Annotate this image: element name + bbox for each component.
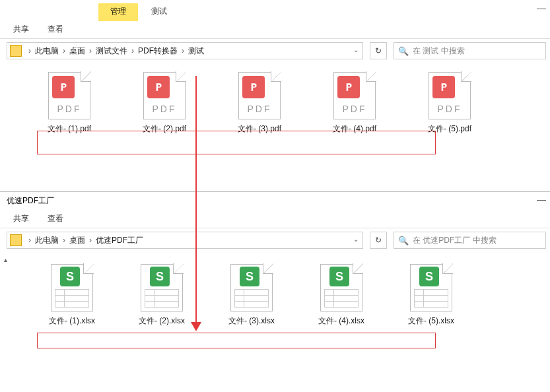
chevron-right-icon: › (28, 236, 31, 245)
pdf-file-icon: PDF (333, 72, 376, 119)
file-label: 文件- (4).xlsx (318, 315, 364, 327)
refresh-button[interactable]: ↻ (370, 232, 387, 249)
minimize-icon[interactable]: — (537, 3, 546, 13)
tab-manage[interactable]: 管理 (98, 3, 138, 21)
file-grid: S 文件- (1).xlsx S 文件- (2).xlsx S 文件- (3).… (0, 252, 550, 332)
ribbon: 共享 查看 (0, 20, 550, 39)
ribbon-view[interactable]: 查看 (48, 24, 63, 35)
xlsx-file-icon: S (230, 264, 273, 311)
chevron-right-icon: › (89, 46, 92, 55)
window-title: 优速PDF工厂 (7, 195, 54, 207)
annotation-arrow-head (191, 322, 201, 331)
chevron-right-icon: › (28, 46, 31, 55)
chevron-right-icon: › (131, 46, 134, 55)
chevron-right-icon: › (89, 236, 92, 245)
minimize-icon[interactable]: — (537, 194, 546, 205)
search-input[interactable]: 🔍 在 优速PDF工厂 中搜索 (394, 232, 546, 249)
titlebar: 管理 测试 — (0, 0, 550, 21)
breadcrumb-item[interactable]: 测试文件 (96, 46, 127, 57)
file-grid: PDF 文件- (1).pdf PDF 文件- (2).pdf PDF 文件- … (0, 63, 550, 140)
breadcrumb[interactable]: › 此电脑 › 桌面 › 测试文件 › PDF转换器 › 测试 ⌄ (7, 42, 363, 59)
ribbon-view[interactable]: 查看 (48, 213, 63, 224)
search-icon: 🔍 (398, 236, 409, 245)
chevron-right-icon: › (63, 236, 65, 245)
breadcrumb-item[interactable]: 优速PDF工厂 (96, 235, 143, 246)
file-item[interactable]: S 文件- (3).xlsx (222, 264, 281, 327)
explorer-window-target: 优速PDF工厂 — 共享 查看 › 此电脑 › 桌面 › 优速PDF工厂 ⌄ ↻… (0, 191, 550, 389)
explorer-window-source: 管理 测试 — 图片工具 共享 查看 › 此电脑 › 桌面 › 测试文件 › P… (0, 0, 550, 191)
file-label: 文件- (3).xlsx (228, 315, 275, 327)
breadcrumb-item[interactable]: 此电脑 (35, 46, 59, 57)
file-item[interactable]: S 文件- (5).xlsx (401, 264, 461, 327)
xlsx-file-icon: S (51, 264, 93, 311)
xlsx-file-icon: S (141, 264, 183, 311)
file-label: 文件- (2).xlsx (139, 315, 185, 327)
selection-highlight (37, 131, 436, 154)
pdf-file-icon: PDF (143, 72, 186, 119)
file-item[interactable]: PDF 文件- (5).pdf (420, 72, 479, 135)
file-item[interactable]: PDF 文件- (3).pdf (230, 72, 289, 135)
address-row: › 此电脑 › 桌面 › 测试文件 › PDF转换器 › 测试 ⌄ ↻ 🔍 在 … (0, 39, 550, 63)
refresh-button[interactable]: ↻ (370, 42, 387, 59)
search-icon: 🔍 (398, 46, 409, 56)
xlsx-file-icon: S (410, 264, 452, 311)
search-placeholder: 在 测试 中搜索 (413, 46, 465, 57)
content-pane: ▴ S 文件- (1).xlsx S 文件- (2).xlsx S 文件- (3… (0, 252, 550, 391)
folder-icon (10, 45, 22, 57)
pdf-file-icon: PDF (48, 72, 90, 119)
ribbon-share[interactable]: 共享 (13, 213, 29, 224)
file-item[interactable]: S 文件- (2).xlsx (132, 264, 191, 327)
file-item[interactable]: S 文件- (4).xlsx (312, 264, 371, 327)
breadcrumb-item[interactable]: 测试 (188, 46, 204, 57)
search-input[interactable]: 🔍 在 测试 中搜索 (394, 42, 546, 59)
file-item[interactable]: PDF 文件- (1).pdf (40, 72, 99, 135)
selection-highlight (37, 333, 436, 348)
breadcrumb-item[interactable]: 桌面 (69, 46, 85, 57)
file-label: 文件- (5).xlsx (408, 315, 454, 327)
pdf-file-icon: PDF (238, 72, 281, 119)
breadcrumb-item[interactable]: 桌面 (69, 235, 85, 246)
breadcrumb-item[interactable]: 此电脑 (35, 235, 59, 246)
file-item[interactable]: PDF 文件- (4).pdf (325, 72, 384, 135)
chevron-down-icon[interactable]: ⌄ (353, 236, 359, 243)
file-item[interactable]: S 文件- (1).xlsx (42, 264, 102, 327)
titlebar: 优速PDF工厂 — (0, 191, 550, 210)
file-item[interactable]: PDF 文件- (2).pdf (135, 72, 194, 135)
ribbon-share[interactable]: 共享 (13, 24, 29, 35)
folder-icon (10, 234, 22, 246)
address-row: › 此电脑 › 桌面 › 优速PDF工厂 ⌄ ↻ 🔍 在 优速PDF工厂 中搜索 (0, 228, 550, 252)
tab-test[interactable]: 测试 (142, 3, 176, 21)
chevron-right-icon: › (182, 46, 184, 55)
breadcrumb-item[interactable]: PDF转换器 (138, 46, 178, 57)
annotation-arrow (195, 76, 197, 327)
file-label: 文件- (1).xlsx (49, 315, 95, 327)
breadcrumb[interactable]: › 此电脑 › 桌面 › 优速PDF工厂 ⌄ (7, 232, 363, 249)
scroll-up-icon[interactable]: ▴ (4, 256, 7, 263)
chevron-down-icon[interactable]: ⌄ (353, 46, 359, 53)
search-placeholder: 在 优速PDF工厂 中搜索 (413, 235, 497, 246)
chevron-right-icon: › (63, 46, 65, 55)
pdf-file-icon: PDF (429, 72, 471, 119)
xlsx-file-icon: S (320, 264, 362, 311)
ribbon: 共享 查看 (0, 210, 550, 228)
